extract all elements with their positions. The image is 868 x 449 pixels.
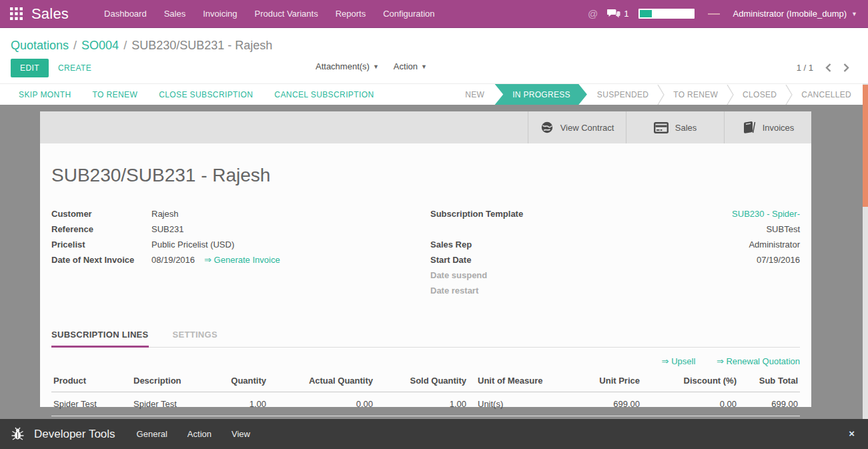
arrow-right-icon: ⇒	[204, 255, 211, 265]
stage-to-renew[interactable]: TO RENEW	[665, 84, 727, 105]
action-label: Action	[394, 61, 418, 71]
edit-button[interactable]: EDIT	[11, 59, 49, 77]
stage-closed[interactable]: CLOSED	[734, 84, 785, 105]
close-icon[interactable]: ×	[849, 428, 855, 439]
generate-invoice-link[interactable]: ⇒ Generate Invoice	[204, 252, 280, 268]
menu-reports[interactable]: Reports	[327, 0, 375, 28]
pager-next-button[interactable]	[843, 63, 849, 72]
column-sold-quantity[interactable]: Sold Quantity	[375, 370, 468, 392]
tab-subscription-lines[interactable]: SUBSCRIPTION LINES	[51, 330, 149, 348]
cell-sold-quantity[interactable]: 1.00	[375, 392, 468, 416]
column-unit-of-measure[interactable]: Unit of Measure	[468, 370, 558, 392]
subscription-template-value: SUB230 - Spider-SUBTest	[732, 206, 800, 237]
stage-pipeline: NEW IN PROGRESS SUSPENDED TO RENEW CLOSE…	[456, 84, 868, 105]
book-icon	[742, 121, 756, 134]
menu-product-variants[interactable]: Product Variants	[246, 0, 327, 28]
line-actions: ⇒ Upsell ⇒ Renewal Quotation	[51, 356, 800, 366]
breadcrumb-quotations[interactable]: Quotations	[11, 39, 69, 52]
cell-description[interactable]: Spider Test	[131, 392, 211, 416]
table-row[interactable]: Spider Test Spider Test 1.00 0.00 1.00 U…	[51, 392, 800, 416]
cell-unit-price[interactable]: 699.00	[558, 392, 642, 416]
devtools-menu-action[interactable]: Action	[187, 429, 211, 439]
column-product[interactable]: Product	[51, 370, 131, 392]
credit-card-icon	[654, 122, 669, 133]
sidebar-dropdowns: Attachment(s) ▼ Action ▼	[316, 61, 427, 71]
cell-sub-total[interactable]: 699.00	[739, 392, 800, 416]
field-customer: Customer Rajesh	[51, 206, 385, 221]
chevron-right-icon	[843, 63, 849, 72]
cell-unit-of-measure[interactable]: Unit(s)	[468, 392, 558, 416]
reference-value: SUB231	[151, 221, 183, 237]
to-renew-button[interactable]: TO RENEW	[81, 84, 148, 105]
column-unit-price[interactable]: Unit Price	[558, 370, 642, 392]
vertical-scrollbar[interactable]	[863, 83, 868, 419]
field-label: Date suspend	[430, 268, 487, 283]
attachments-label: Attachment(s)	[316, 61, 370, 71]
cell-actual-quantity[interactable]: 0.00	[268, 392, 375, 416]
renewal-quotation-link[interactable]: ⇒ Renewal Quotation	[717, 356, 800, 366]
app-title[interactable]: Sales	[31, 5, 95, 23]
cell-product[interactable]: Spider Test	[51, 392, 131, 416]
user-name-label: Administrator (Imobile_dump)	[733, 9, 847, 19]
column-quantity[interactable]: Quantity	[211, 370, 268, 392]
stage-in-progress[interactable]: IN PROGRESS	[494, 84, 587, 105]
invoices-button[interactable]: Invoices	[724, 111, 811, 143]
field-date-next-invoice: Date of Next Invoice 08/19/2016 ⇒ Genera…	[51, 252, 385, 268]
stage-new[interactable]: NEW	[456, 84, 493, 105]
table-header-row: Product Description Quantity Actual Quan…	[51, 370, 800, 392]
close-subscription-button[interactable]: CLOSE SUBSCRIPTION	[148, 84, 264, 105]
pricelist-link[interactable]: Public Pricelist (USD)	[151, 237, 234, 252]
cancel-subscription-button[interactable]: CANCEL SUBSCRIPTION	[264, 84, 384, 105]
messages-indicator[interactable]: 1	[607, 9, 628, 19]
menu-sales[interactable]: Sales	[155, 0, 195, 28]
menu-dashboard[interactable]: Dashboard	[95, 0, 155, 28]
devtools-menu-general[interactable]: General	[137, 429, 167, 439]
caret-down-icon: ▼	[421, 63, 427, 70]
field-label: Start Date	[430, 252, 471, 268]
field-sales-rep: Sales Rep Administrator	[430, 237, 800, 252]
status-bar: SKIP MONTH TO RENEW CLOSE SUBSCRIPTION C…	[0, 83, 868, 105]
field-label: Subscription Template	[430, 206, 523, 237]
field-label: Reference	[51, 221, 151, 237]
apps-menu-button[interactable]	[0, 7, 31, 20]
stat-button-label: View Contract	[560, 123, 614, 133]
systray: @ 1 Administrator (Imobile_dump) ▼	[588, 8, 868, 20]
field-date-restart: Date restart	[430, 283, 800, 298]
user-menu[interactable]: Administrator (Imobile_dump) ▼	[733, 9, 857, 19]
action-dropdown[interactable]: Action ▼	[394, 61, 427, 71]
column-description[interactable]: Description	[131, 370, 211, 392]
breadcrumb-current: SUB230/SUB231 - Rajesh	[131, 39, 272, 52]
tab-settings[interactable]: SETTINGS	[173, 330, 218, 348]
column-sub-total[interactable]: Sub Total	[739, 370, 800, 392]
column-discount[interactable]: Discount (%)	[642, 370, 739, 392]
attachments-dropdown[interactable]: Attachment(s) ▼	[316, 61, 379, 71]
stage-cancelled[interactable]: CANCELLED	[793, 84, 860, 105]
developer-tools-bar: Developer Tools General Action View ×	[0, 419, 868, 449]
stage-suspended[interactable]: SUSPENDED	[588, 84, 657, 105]
create-button[interactable]: CREATE	[49, 59, 101, 77]
chat-bubbles-icon	[607, 9, 620, 19]
cell-quantity[interactable]: 1.00	[211, 392, 268, 416]
developer-tools-title: Developer Tools	[34, 428, 115, 441]
mentions-icon[interactable]: @	[588, 8, 598, 19]
user-avatar	[704, 8, 724, 20]
column-actual-quantity[interactable]: Actual Quantity	[268, 370, 375, 392]
upsell-link[interactable]: ⇒ Upsell	[662, 356, 696, 366]
generate-invoice-label: Generate Invoice	[214, 255, 280, 265]
sales-button[interactable]: Sales	[626, 111, 724, 143]
customer-link[interactable]: Rajesh	[151, 206, 178, 221]
menu-invoicing[interactable]: Invoicing	[194, 0, 246, 28]
stat-button-strip: View Contract Sales Invoices	[40, 111, 811, 143]
sales-rep-link[interactable]: Administrator	[749, 237, 800, 252]
scrollbar-thumb[interactable]	[863, 85, 868, 207]
subscription-template-link[interactable]: SUB230 - Spider-	[732, 209, 800, 219]
pager-previous-button[interactable]	[825, 63, 831, 72]
menu-configuration[interactable]: Configuration	[374, 0, 443, 28]
field-label: Sales Rep	[430, 237, 472, 252]
view-contract-button[interactable]: View Contract	[528, 111, 626, 143]
cell-discount[interactable]: 0.00	[642, 392, 739, 416]
skip-month-button[interactable]: SKIP MONTH	[8, 84, 81, 105]
breadcrumb-so004[interactable]: SO004	[81, 39, 119, 52]
devtools-menu-view[interactable]: View	[232, 429, 250, 439]
stage-separator-icon	[727, 84, 734, 105]
